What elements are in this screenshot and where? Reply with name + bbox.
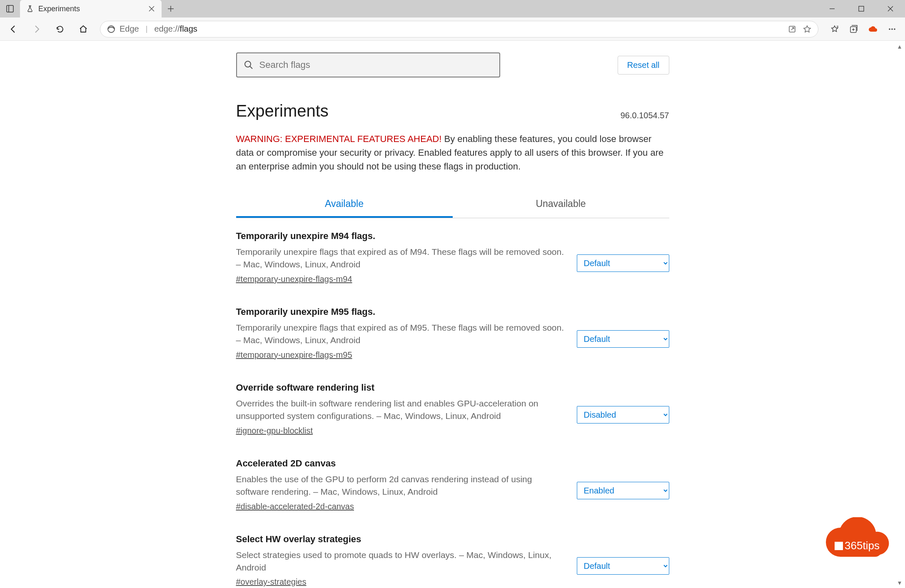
collections-button[interactable] <box>844 20 863 39</box>
tab-available[interactable]: Available <box>236 192 453 218</box>
page-content: ▴ Reset all Experiments 96.0.1054.57 WAR… <box>0 41 905 588</box>
tab-panel-icon <box>6 5 14 12</box>
flag-title: Override software rendering list <box>236 382 564 393</box>
tab-bar: Experiments <box>0 0 905 17</box>
watermark-badge: 365tips <box>822 517 893 563</box>
address-url: edge://flags <box>154 24 197 34</box>
tab-unavailable[interactable]: Unavailable <box>453 192 669 218</box>
flag-info: Override software rendering listOverride… <box>236 382 564 436</box>
flag-anchor-link[interactable]: #ignore-gpu-blocklist <box>236 426 313 436</box>
flag-select-wrap: DefaultEnabledDisabled <box>577 382 669 436</box>
flag-item: Temporarily unexpire M94 flags.Temporari… <box>236 231 669 284</box>
plus-icon <box>167 5 174 12</box>
flag-title: Temporarily unexpire M95 flags. <box>236 306 564 317</box>
star-lines-icon <box>830 25 839 34</box>
svg-line-21 <box>250 66 252 69</box>
minimize-button[interactable] <box>818 0 847 17</box>
scroll-down-arrow-icon[interactable]: ▾ <box>895 578 904 587</box>
close-icon <box>887 5 894 12</box>
flag-description: Select strategies used to promote quads … <box>236 549 564 574</box>
watermark-text: 365tips <box>822 539 893 552</box>
scroll-up-arrow-icon[interactable]: ▴ <box>895 42 904 51</box>
flag-select-wrap: DefaultEnabledDisabled <box>577 306 669 360</box>
flag-description: Overrides the built-in software renderin… <box>236 397 564 423</box>
svg-point-18 <box>891 28 893 30</box>
flag-info: Select HW overlay strategiesSelect strat… <box>236 534 564 587</box>
flag-state-select[interactable]: DefaultEnabledDisabled <box>577 482 669 499</box>
search-icon <box>244 60 254 70</box>
flag-state-select[interactable]: DefaultEnabledDisabled <box>577 254 669 272</box>
svg-rect-7 <box>859 6 864 11</box>
extension-cloud-button[interactable] <box>863 20 883 39</box>
address-bar[interactable]: Edge | edge://flags <box>100 21 818 37</box>
arrow-right-icon <box>32 25 41 34</box>
flag-select-wrap: DefaultEnabledDisabled <box>577 534 669 587</box>
office-square-icon <box>835 542 843 550</box>
maximize-icon <box>858 6 864 12</box>
flag-description: Enables the use of the GPU to perform 2d… <box>236 473 564 498</box>
flag-item: Select HW overlay strategiesSelect strat… <box>236 534 669 587</box>
refresh-button[interactable] <box>50 19 70 39</box>
back-button[interactable] <box>3 19 23 39</box>
reset-all-button[interactable]: Reset all <box>618 56 669 75</box>
arrow-left-icon <box>9 25 18 34</box>
new-tab-button[interactable] <box>162 0 180 17</box>
flag-item: Temporarily unexpire M95 flags.Temporari… <box>236 306 669 360</box>
window-controls <box>818 0 905 17</box>
flag-info: Accelerated 2D canvasEnables the use of … <box>236 458 564 511</box>
cloud-icon <box>868 25 878 33</box>
experiment-flask-icon <box>26 5 34 13</box>
flag-description: Temporarily unexpire flags that expired … <box>236 321 564 347</box>
search-reset-row: Reset all <box>236 48 669 82</box>
svg-point-19 <box>894 28 895 30</box>
svg-point-20 <box>245 61 251 67</box>
flag-state-select[interactable]: DefaultEnabledDisabled <box>577 406 669 424</box>
flag-item: Override software rendering listOverride… <box>236 382 669 436</box>
svg-point-17 <box>889 28 890 30</box>
flag-anchor-link[interactable]: #temporary-unexpire-flags-m95 <box>236 350 352 360</box>
flag-select-wrap: DefaultEnabledDisabled <box>577 231 669 284</box>
browser-tab[interactable]: Experiments <box>20 0 162 17</box>
flag-anchor-link[interactable]: #temporary-unexpire-flags-m94 <box>236 274 352 284</box>
more-menu-button[interactable] <box>883 20 902 39</box>
minimize-icon <box>829 6 835 12</box>
flag-info: Temporarily unexpire M95 flags.Temporari… <box>236 306 564 360</box>
home-icon <box>79 25 88 34</box>
flag-state-select[interactable]: DefaultEnabledDisabled <box>577 557 669 575</box>
flag-title: Select HW overlay strategies <box>236 534 564 545</box>
tab-close-button[interactable] <box>147 5 156 13</box>
warning-prefix: WARNING: EXPERIMENTAL FEATURES AHEAD! <box>236 134 442 144</box>
search-input[interactable] <box>259 60 493 70</box>
search-flags-box[interactable] <box>236 52 500 77</box>
maximize-button[interactable] <box>847 0 876 17</box>
open-external-icon[interactable] <box>788 25 796 33</box>
forward-button <box>27 19 47 39</box>
flag-state-select[interactable]: DefaultEnabledDisabled <box>577 330 669 348</box>
browser-toolbar: Edge | edge://flags <box>0 17 905 41</box>
favorite-star-icon[interactable] <box>803 25 811 33</box>
flag-tabs: Available Unavailable <box>236 192 669 218</box>
home-button[interactable] <box>73 19 93 39</box>
address-separator: | <box>146 25 148 33</box>
edge-logo-icon <box>107 25 115 33</box>
flag-anchor-link[interactable]: #overlay-strategies <box>236 577 307 587</box>
refresh-icon <box>55 25 65 34</box>
close-window-button[interactable] <box>876 0 905 17</box>
flag-anchor-link[interactable]: #disable-accelerated-2d-canvas <box>236 502 354 511</box>
page-title: Experiments <box>236 102 329 120</box>
tab-actions-button[interactable] <box>0 0 20 17</box>
version-label: 96.0.1054.57 <box>621 111 669 120</box>
ellipsis-icon <box>888 25 897 34</box>
address-security-label: Edge <box>120 24 139 34</box>
svg-rect-0 <box>7 5 13 12</box>
flag-list: Temporarily unexpire M94 flags.Temporari… <box>236 231 669 588</box>
flag-title: Accelerated 2D canvas <box>236 458 564 469</box>
flag-info: Temporarily unexpire M94 flags.Temporari… <box>236 231 564 284</box>
tab-title: Experiments <box>38 5 143 13</box>
favorites-button[interactable] <box>825 20 844 39</box>
flag-description: Temporarily unexpire flags that expired … <box>236 246 564 271</box>
collections-icon <box>849 25 858 34</box>
svg-point-10 <box>108 26 115 32</box>
flag-title: Temporarily unexpire M94 flags. <box>236 231 564 242</box>
close-icon <box>149 6 155 12</box>
